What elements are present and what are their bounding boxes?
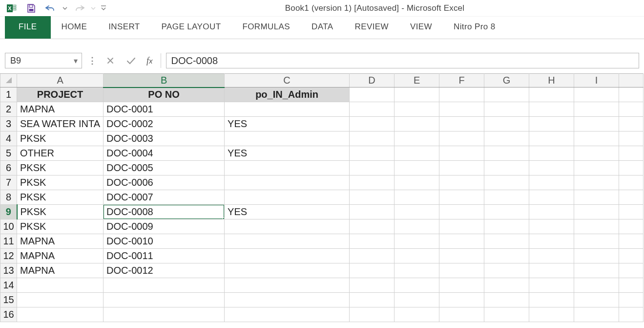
cell-B7[interactable]: DOC-0006 — [104, 175, 225, 190]
cell-A4[interactable]: PKSK — [17, 131, 104, 146]
cell-G7[interactable] — [484, 175, 529, 190]
cell-A12[interactable]: MAPNA — [17, 249, 104, 263]
cell-I10[interactable] — [574, 219, 619, 234]
row-header-10[interactable]: 10 — [0, 219, 17, 234]
cell-H10[interactable] — [529, 219, 574, 234]
column-header-I[interactable]: I — [574, 74, 619, 87]
tab-data[interactable]: DATA — [301, 16, 344, 39]
cell-end-14[interactable] — [619, 278, 644, 293]
row-header-8[interactable]: 8 — [0, 190, 17, 205]
cell-G5[interactable] — [484, 146, 529, 161]
cell-C1[interactable]: po_IN_Admin — [225, 87, 350, 102]
cell-E5[interactable] — [395, 146, 439, 161]
cell-D7[interactable] — [350, 175, 395, 190]
column-header-B[interactable]: B — [104, 74, 225, 87]
cell-A11[interactable]: MAPNA — [17, 234, 104, 249]
cell-E6[interactable] — [395, 161, 439, 175]
cell-D11[interactable] — [350, 234, 395, 249]
cell-E10[interactable] — [395, 219, 439, 234]
cell-C13[interactable] — [225, 263, 350, 278]
cell-I12[interactable] — [574, 249, 619, 263]
row-header-11[interactable]: 11 — [0, 234, 17, 249]
cell-F8[interactable] — [439, 190, 484, 205]
tab-home[interactable]: HOME — [51, 16, 98, 39]
cell-C6[interactable] — [225, 161, 350, 175]
cell-E9[interactable] — [395, 205, 439, 219]
cell-end-13[interactable] — [619, 263, 644, 278]
cell-F12[interactable] — [439, 249, 484, 263]
cell-G9[interactable] — [484, 205, 529, 219]
cell-F3[interactable] — [439, 117, 484, 131]
column-header-E[interactable]: E — [395, 74, 439, 87]
cell-B12[interactable]: DOC-0011 — [104, 249, 225, 263]
cell-G11[interactable] — [484, 234, 529, 249]
cell-A8[interactable]: PKSK — [17, 190, 104, 205]
cell-B1[interactable]: PO NO — [104, 87, 225, 102]
cell-I3[interactable] — [574, 117, 619, 131]
cell-G13[interactable] — [484, 263, 529, 278]
cell-D14[interactable] — [350, 278, 395, 293]
cell-E11[interactable] — [395, 234, 439, 249]
save-button[interactable] — [22, 1, 40, 15]
cell-H4[interactable] — [529, 131, 574, 146]
cell-H16[interactable] — [529, 307, 574, 322]
cell-G3[interactable] — [484, 117, 529, 131]
cell-H9[interactable] — [529, 205, 574, 219]
cell-A2[interactable]: MAPNA — [17, 102, 104, 117]
cell-I5[interactable] — [574, 146, 619, 161]
cell-A9[interactable]: PKSK — [17, 205, 104, 219]
cell-A10[interactable]: PKSK — [17, 219, 104, 234]
cell-E2[interactable] — [395, 102, 439, 117]
column-header-G[interactable]: G — [484, 74, 529, 87]
cell-I16[interactable] — [574, 307, 619, 322]
cell-H13[interactable] — [529, 263, 574, 278]
cell-B4[interactable]: DOC-0003 — [104, 131, 225, 146]
cell-H11[interactable] — [529, 234, 574, 249]
tab-formulas[interactable]: FORMULAS — [231, 16, 301, 39]
cell-end-6[interactable] — [619, 161, 644, 175]
cell-C10[interactable] — [225, 219, 350, 234]
row-header-9[interactable]: 9 — [0, 205, 17, 219]
cell-D2[interactable] — [350, 102, 395, 117]
tab-page-layout[interactable]: PAGE LAYOUT — [151, 16, 232, 39]
cell-end-3[interactable] — [619, 117, 644, 131]
cell-H1[interactable] — [529, 87, 574, 102]
customize-qat-button[interactable] — [99, 1, 108, 15]
cell-A3[interactable]: SEA WATER INTA — [17, 117, 104, 131]
row-header-13[interactable]: 13 — [0, 263, 17, 278]
cell-H3[interactable] — [529, 117, 574, 131]
cell-E13[interactable] — [395, 263, 439, 278]
cell-E3[interactable] — [395, 117, 439, 131]
column-header-C[interactable]: C — [225, 74, 350, 87]
cell-F2[interactable] — [439, 102, 484, 117]
cell-H5[interactable] — [529, 146, 574, 161]
redo-button[interactable] — [70, 1, 88, 15]
cell-H12[interactable] — [529, 249, 574, 263]
cell-A5[interactable]: OTHER — [17, 146, 104, 161]
cell-I8[interactable] — [574, 190, 619, 205]
cell-end-15[interactable] — [619, 293, 644, 307]
row-header-4[interactable]: 4 — [0, 131, 17, 146]
cell-end-9[interactable] — [619, 205, 644, 219]
cell-G14[interactable] — [484, 278, 529, 293]
cell-E1[interactable] — [395, 87, 439, 102]
cell-end-7[interactable] — [619, 175, 644, 190]
tab-view[interactable]: VIEW — [399, 16, 443, 39]
cell-G12[interactable] — [484, 249, 529, 263]
row-header-2[interactable]: 2 — [0, 102, 17, 117]
cell-D6[interactable] — [350, 161, 395, 175]
cell-G2[interactable] — [484, 102, 529, 117]
cell-F15[interactable] — [439, 293, 484, 307]
cell-B16[interactable] — [104, 307, 225, 322]
cell-D15[interactable] — [350, 293, 395, 307]
cell-D16[interactable] — [350, 307, 395, 322]
cell-F9[interactable] — [439, 205, 484, 219]
cell-G16[interactable] — [484, 307, 529, 322]
cell-G10[interactable] — [484, 219, 529, 234]
column-header-D[interactable]: D — [350, 74, 395, 87]
cell-I15[interactable] — [574, 293, 619, 307]
cell-C4[interactable] — [225, 131, 350, 146]
cell-A1[interactable]: PROJECT — [17, 87, 104, 102]
cell-D12[interactable] — [350, 249, 395, 263]
cell-G8[interactable] — [484, 190, 529, 205]
